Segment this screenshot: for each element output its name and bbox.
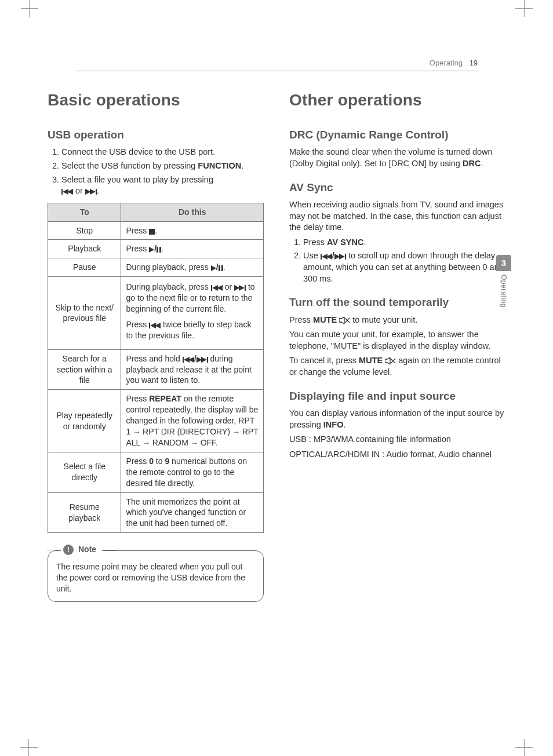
display-p2: USB : MP3/WMA containing file informatio… — [289, 434, 505, 445]
side-tab-label: Operating — [499, 275, 508, 308]
row-search-do: Press and hold / during playback and rel… — [121, 349, 264, 390]
header-rule — [75, 71, 478, 71]
arrow-icon: → — [143, 439, 150, 447]
row-playback-to: Playback — [48, 240, 121, 258]
mute-p1: Press MUTE to mute your unit. — [289, 315, 505, 326]
av-sync-step-1: Press AV SYNC. — [303, 237, 505, 249]
row-pause-to: Pause — [48, 258, 121, 277]
skip-prev-icon — [211, 285, 223, 291]
display-heading: Displaying file and input source — [289, 389, 505, 404]
av-sync-paragraph: When receiving audio signals from TV, so… — [289, 199, 505, 233]
usb-operation-heading: USB operation — [48, 127, 264, 143]
basic-operations-heading: Basic operations — [48, 89, 264, 111]
stop-icon — [149, 229, 155, 235]
mute-p2: You can mute your unit, for example, to … — [289, 329, 505, 352]
header-section: Operating — [430, 59, 463, 67]
drc-heading: DRC (Dynamic Range Control) — [289, 127, 505, 143]
row-repeat-to: Play repeatedly or randomly — [48, 390, 121, 452]
skip-prev-icon — [183, 357, 194, 363]
skip-prev-icon — [61, 189, 73, 195]
drc-paragraph: Make the sound clear when the volume is … — [289, 147, 505, 169]
skip-prev-icon — [149, 323, 161, 328]
note-body: The resume point may be cleared when you… — [56, 562, 245, 593]
av-sync-steps: Press AV SYNC. Use / to scroll up and do… — [289, 237, 505, 284]
arrow-icon: → — [232, 428, 240, 436]
skip-next-icon — [85, 189, 97, 195]
row-stop-do: Press . — [121, 221, 264, 240]
av-sync-heading: AV Sync — [289, 180, 505, 195]
side-tab: 3 Operating — [496, 255, 511, 308]
row-skip-do: During playback, press or to go to the n… — [121, 277, 264, 349]
skip-next-icon — [234, 285, 246, 291]
row-direct-do: Press 0 to 9 numerical buttons on the re… — [121, 452, 264, 492]
mute-icon — [385, 357, 396, 364]
note-tab: ! Note — [61, 544, 102, 555]
display-p3: OPTICAL/ARC/HDMI IN : Audio format, Audi… — [289, 449, 505, 461]
pause-icon — [219, 265, 223, 271]
row-resume-do: The unit memorizes the point at which yo… — [121, 492, 264, 533]
usb-step-3: Select a file you want to play by pressi… — [61, 174, 264, 197]
arrow-icon: → — [191, 439, 198, 447]
usb-step-2: Select the USB function by pressing FUNC… — [61, 160, 264, 172]
row-pause-do: During playback, press /. — [121, 258, 264, 277]
other-operations-heading: Other operations — [289, 89, 505, 111]
th-to: To — [48, 203, 121, 221]
th-do: Do this — [121, 203, 264, 221]
page-number: 19 — [465, 59, 478, 67]
left-column: Basic operations USB operation Connect t… — [48, 89, 264, 602]
row-stop-to: Stop — [48, 221, 121, 240]
usb-operations-table: To Do this Stop Press . Playback Press /… — [48, 203, 264, 533]
row-search-to: Search for a section within a file — [48, 349, 121, 390]
running-header: Operating 19 — [430, 58, 478, 68]
usb-step-1: Connect the USB device to the USB port. — [61, 147, 264, 158]
note-badge-icon: ! — [63, 545, 74, 555]
mute-heading: Turn off the sound temporarily — [289, 295, 505, 310]
row-skip-to: Skip to the next/ previous file — [48, 277, 121, 349]
note-title: Note — [78, 544, 96, 555]
mute-p3: To cancel it, press MUTE again on the re… — [289, 355, 505, 378]
row-resume-to: Resume playback — [48, 492, 121, 533]
play-icon — [149, 247, 154, 253]
row-playback-do: Press /. — [121, 240, 264, 258]
mute-icon — [339, 317, 350, 324]
skip-prev-icon — [321, 254, 332, 260]
play-icon — [211, 265, 216, 271]
pause-icon — [157, 247, 161, 253]
side-tab-number: 3 — [496, 255, 511, 271]
right-column: Other operations DRC (Dynamic Range Cont… — [289, 89, 505, 602]
row-direct-to: Select a file directly — [48, 452, 121, 492]
display-p1: You can display various information of t… — [289, 408, 505, 430]
av-sync-step-2: Use / to scroll up and down through the … — [303, 250, 505, 284]
usb-steps: Connect the USB device to the USB port. … — [48, 147, 264, 196]
row-repeat-do: Press REPEAT on the remote control repea… — [121, 390, 264, 452]
skip-next-icon — [197, 357, 208, 363]
note-box: ! Note The resume point may be cleared w… — [48, 550, 264, 602]
arrow-icon: → — [133, 428, 140, 436]
skip-next-icon — [334, 254, 346, 260]
